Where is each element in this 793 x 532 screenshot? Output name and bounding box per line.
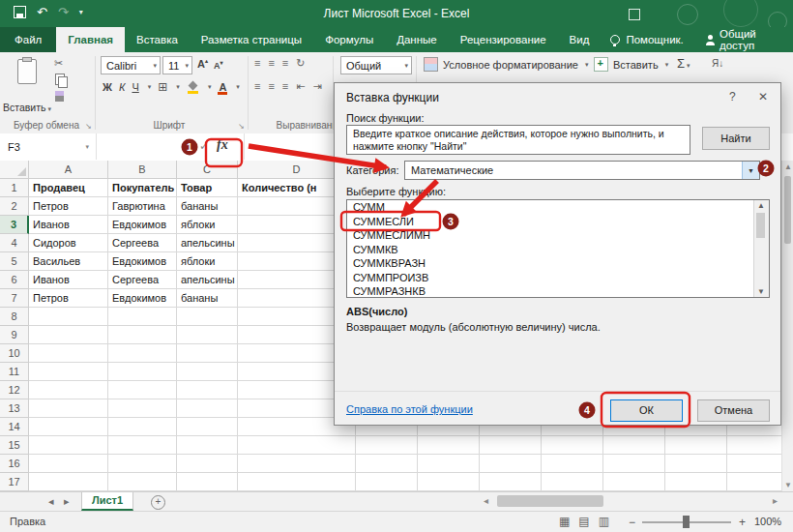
- zoom-in-icon[interactable]: +: [739, 516, 746, 529]
- ok-button[interactable]: ОК: [610, 399, 683, 422]
- cell-A1[interactable]: Продавец: [29, 179, 108, 197]
- cell-K16[interactable]: [727, 455, 789, 473]
- function-item-СУММ[interactable]: СУММ: [347, 200, 769, 215]
- cell-G15[interactable]: [480, 436, 542, 455]
- cell-A13[interactable]: [29, 399, 108, 418]
- ribbon-tab-4[interactable]: Формулы: [313, 27, 385, 52]
- ribbon-tab-1[interactable]: Главная: [56, 27, 125, 52]
- ribbon-tab-7[interactable]: Вид: [558, 27, 602, 52]
- row-header-8[interactable]: 8: [0, 308, 29, 326]
- align-left-icon[interactable]: ≡: [254, 80, 260, 93]
- insert-function-button[interactable]: fx: [217, 137, 228, 153]
- cell-C9[interactable]: [177, 326, 238, 344]
- function-item-СУММРАЗНКВ[interactable]: СУММРАЗНКВ: [347, 284, 769, 298]
- copy-icon[interactable]: [55, 74, 65, 85]
- scroll-up-icon[interactable]: ▲: [757, 201, 765, 210]
- cell-B11[interactable]: [108, 363, 177, 381]
- column-header-C[interactable]: C: [177, 161, 238, 179]
- cell-A11[interactable]: [29, 363, 108, 381]
- row-header-13[interactable]: 13: [0, 399, 29, 418]
- cell-H16[interactable]: [542, 455, 603, 473]
- find-button[interactable]: Найти: [702, 127, 770, 150]
- cell-B1[interactable]: Покупатель: [108, 179, 177, 197]
- cell-J15[interactable]: [665, 436, 727, 455]
- cell-C8[interactable]: [177, 308, 238, 326]
- horizontal-scrollbar[interactable]: ◂ ▸: [482, 493, 779, 510]
- italic-button[interactable]: К: [119, 81, 125, 93]
- cell-I17[interactable]: [603, 473, 665, 491]
- row-header-6[interactable]: 6: [0, 271, 29, 289]
- cell-B4[interactable]: Сергеева: [108, 234, 177, 252]
- cell-D15[interactable]: [238, 436, 356, 455]
- list-scroll-thumb[interactable]: [756, 213, 765, 238]
- cell-B10[interactable]: [108, 344, 177, 363]
- cut-icon[interactable]: ✂: [54, 57, 63, 70]
- cell-K17[interactable]: [727, 473, 789, 491]
- cell-A2[interactable]: Петров: [29, 197, 108, 216]
- ribbon-tab-3[interactable]: Разметка страницы: [190, 27, 313, 52]
- cell-A9[interactable]: [29, 326, 108, 344]
- cell-E17[interactable]: [356, 473, 418, 491]
- zoom-level[interactable]: 100%: [754, 516, 781, 527]
- cell-B15[interactable]: [108, 436, 177, 455]
- cell-B17[interactable]: [108, 473, 177, 491]
- row-header-4[interactable]: 4: [0, 234, 29, 252]
- fill-color-icon[interactable]: [187, 81, 199, 94]
- cell-B9[interactable]: [108, 326, 177, 344]
- name-box[interactable]: F3 ▾: [0, 133, 97, 160]
- function-item-СУММПРОИЗВ[interactable]: СУММПРОИЗВ: [347, 271, 769, 285]
- scroll-down-icon[interactable]: ▼: [757, 287, 765, 296]
- decrease-font-icon[interactable]: А▾: [214, 59, 223, 71]
- row-header-3[interactable]: 3: [0, 216, 29, 234]
- cell-C12[interactable]: [177, 381, 238, 399]
- cancel-entry-icon[interactable]: ✕: [182, 139, 191, 153]
- cell-A3[interactable]: Иванов: [29, 216, 108, 234]
- cell-A16[interactable]: [29, 455, 108, 473]
- cell-I15[interactable]: [603, 436, 665, 455]
- cell-C17[interactable]: [177, 473, 238, 491]
- row-header-12[interactable]: 12: [0, 381, 29, 399]
- paste-button[interactable]: Вставить▾: [5, 55, 49, 117]
- ribbon-tab-0[interactable]: Файл: [0, 27, 56, 52]
- align-middle-icon[interactable]: ≡: [268, 57, 274, 70]
- function-search-input[interactable]: Введите краткое описание действия, котор…: [346, 125, 690, 155]
- cell-F16[interactable]: [418, 455, 480, 473]
- cell-E15[interactable]: [356, 436, 418, 455]
- cell-A17[interactable]: [29, 473, 108, 491]
- row-header-14[interactable]: 14: [0, 418, 29, 436]
- cell-B13[interactable]: [108, 399, 177, 418]
- bold-button[interactable]: Ж: [103, 81, 112, 93]
- cell-F17[interactable]: [418, 473, 480, 491]
- scroll-down-icon[interactable]: ▼: [784, 481, 792, 489]
- cell-A10[interactable]: [29, 344, 108, 363]
- chevron-down-icon[interactable]: ▾: [208, 83, 212, 91]
- font-dialog-launcher-icon[interactable]: ↘: [238, 122, 245, 131]
- cancel-button[interactable]: Отмена: [697, 399, 770, 422]
- cell-C14[interactable]: [177, 418, 238, 436]
- row-header-17[interactable]: 17: [0, 473, 29, 491]
- cell-A15[interactable]: [29, 436, 108, 455]
- cell-J16[interactable]: [665, 455, 727, 473]
- chevron-down-icon[interactable]: ▾: [236, 83, 240, 91]
- scroll-up-icon[interactable]: ▲: [784, 163, 792, 171]
- cell-H15[interactable]: [542, 436, 603, 455]
- cell-C11[interactable]: [177, 363, 238, 381]
- function-item-СУММКВРАЗН[interactable]: СУММКВРАЗН: [347, 256, 769, 271]
- row-header-15[interactable]: 15: [0, 436, 29, 455]
- sheet-tab-list1[interactable]: Лист1: [81, 492, 133, 511]
- row-header-10[interactable]: 10: [0, 344, 29, 363]
- cell-B6[interactable]: Сергеева: [108, 271, 177, 289]
- function-item-СУММЕСЛИМН[interactable]: СУММЕСЛИМН: [347, 228, 769, 243]
- align-center-icon[interactable]: ≡: [268, 80, 274, 93]
- font-size-select[interactable]: 11▾: [162, 56, 192, 74]
- orientation-icon[interactable]: ↻: [296, 57, 305, 70]
- cell-B14[interactable]: [108, 418, 177, 436]
- cell-C3[interactable]: яблоки: [177, 216, 238, 234]
- zoom-out-icon[interactable]: −: [629, 516, 635, 529]
- cell-K15[interactable]: [727, 436, 789, 455]
- cell-A7[interactable]: Петров: [29, 289, 108, 308]
- page-layout-view-icon[interactable]: ▤: [578, 515, 589, 528]
- cell-B16[interactable]: [108, 455, 177, 473]
- function-item-СУММЕСЛИ[interactable]: СУММЕСЛИ: [347, 215, 769, 229]
- sheet-next-icon[interactable]: ▸: [64, 495, 70, 508]
